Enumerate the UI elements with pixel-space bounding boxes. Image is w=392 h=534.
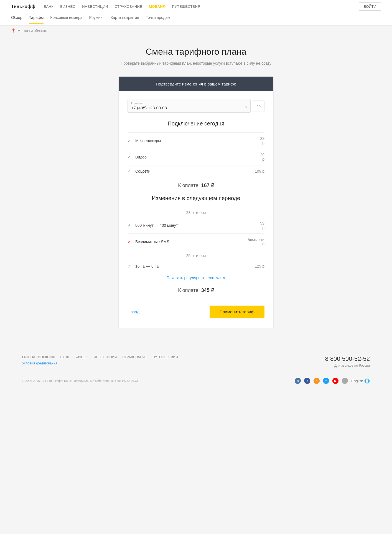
- phone-dropdown[interactable]: Планшет +7 (495) 123-00-08 ▾: [128, 99, 251, 113]
- footer: ГРУППА ТИНЬКОФФ БАНК БИЗНЕС ИНВЕСТИЦИИ С…: [0, 345, 392, 388]
- item-price-gb: 129 р: [255, 264, 264, 268]
- today-total-value-display: 167 ₽: [201, 183, 214, 188]
- show-payments-link[interactable]: Показать регулярные платежи ∨: [167, 276, 225, 280]
- footer-copyright: © 2006-2015. АО «Тинькофф Банк», официал…: [22, 379, 138, 382]
- tab-sales-points[interactable]: Точки продаж: [146, 15, 170, 24]
- nav-insurance[interactable]: СТРАХОВАНИЕ: [115, 4, 142, 9]
- page-subtitle: Проверьте выбранный тарифный план, некот…: [11, 60, 381, 66]
- main-card: Подтвердите изменения в вашем тарифе Пла…: [118, 76, 274, 328]
- date-label-2: 25 октября: [128, 250, 264, 260]
- remove-icon: ✕: [128, 240, 134, 244]
- nav-bank[interactable]: БАНК: [44, 4, 54, 9]
- twitter-icon[interactable]: т: [323, 378, 329, 384]
- footer-link-bank[interactable]: БАНК: [60, 355, 69, 359]
- footer-link-business[interactable]: БИЗНЕС: [75, 355, 88, 359]
- today-items-list: ✓ Мессенджеры 29 р ✓ Видео 29 р ✓ Соцсет…: [128, 132, 264, 177]
- footer-top-links: ГРУППА ТИНЬКОФФ БАНК БИЗНЕС ИНВЕСТИЦИИ С…: [22, 355, 178, 359]
- other-social-icon[interactable]: □: [342, 378, 348, 384]
- nav-mobile[interactable]: МОБАЙЛ: [149, 4, 165, 9]
- today-total-label: К оплате:: [178, 183, 200, 188]
- next-period-content: 23 октября ⇄ 800 минут — 400 минут 99 р …: [128, 207, 264, 300]
- date-label-1: 23 октября: [128, 207, 264, 217]
- today-section-title: Подключение сегодня: [128, 120, 264, 127]
- item-name-gb: 16 ГБ — 8 ГБ: [134, 264, 255, 268]
- nav-travel[interactable]: ПУТЕШЕСТВИЯ: [172, 4, 200, 9]
- tab-pretty-numbers[interactable]: Красивые номера: [50, 15, 82, 24]
- globe-icon: 🌐: [364, 378, 370, 384]
- footer-credit-link[interactable]: Условия кредитования: [22, 361, 178, 365]
- card-header-text: Подтвердите изменения в вашем тарифе: [156, 82, 236, 86]
- top-nav-links: БАНК БИЗНЕС ИНВЕСТИЦИИ СТРАХОВАНИЕ МОБАЙ…: [44, 4, 359, 9]
- item-name-minutes: 800 минут — 400 минут: [134, 223, 260, 228]
- check-icon: ✓: [128, 155, 134, 159]
- footer-link-group[interactable]: ГРУППА ТИНЬКОФФ: [22, 355, 55, 359]
- next-period-section-title: Изменения в следующем периоде: [128, 195, 264, 201]
- table-row: ✓ Видео 29 р: [128, 149, 264, 165]
- next-period-items-oct23: ⇄ 800 минут — 400 минут 99 р ✕ Безлимитн…: [128, 217, 264, 250]
- apply-tariff-button[interactable]: Применить тариф: [210, 306, 264, 318]
- show-payments-row: Показать регулярные платежи ∨: [128, 272, 264, 282]
- item-name-messengers: Мессенджеры: [134, 138, 260, 143]
- back-link[interactable]: Назад: [128, 309, 139, 314]
- footer-social-icons: В f о т ▶ □ English 🌐: [295, 378, 370, 384]
- tab-tariffs[interactable]: Тарифы: [29, 15, 44, 24]
- tab-overview[interactable]: Обзор: [11, 15, 22, 24]
- tab-roaming[interactable]: Роуминг: [89, 15, 104, 24]
- page-title: Смена тарифного плана: [11, 47, 381, 57]
- location-pin-icon: 📍: [11, 28, 16, 33]
- footer-phone-number: 8 800 500-52-52: [325, 355, 370, 362]
- footer-link-travel[interactable]: ПУТЕШЕСТВИЯ: [152, 355, 178, 359]
- table-row: ✓ Соцсети 109 р: [128, 165, 264, 177]
- dropdown-value: +7 (495) 123-00-08: [131, 105, 247, 110]
- nav-business[interactable]: БИЗНЕС: [60, 4, 75, 9]
- language-label: English: [351, 379, 363, 383]
- odnoklassniki-icon[interactable]: о: [314, 378, 320, 384]
- next-period-total: К оплате: 345 ₽: [128, 282, 264, 300]
- card-header: Подтвердите изменения в вашем тарифе: [119, 77, 273, 91]
- footer-phone-section: 8 800 500-52-52 Для звонков по России: [325, 355, 370, 367]
- check-icon: ✓: [128, 169, 134, 173]
- tab-coverage[interactable]: Карта покрытия: [111, 15, 139, 24]
- enter-icon: ↪: [257, 103, 261, 109]
- chevron-down-icon: ▾: [245, 105, 247, 109]
- vk-icon[interactable]: В: [295, 378, 301, 384]
- today-total: К оплате: 167 ₽: [128, 177, 264, 195]
- location-text: Москва и область: [17, 29, 47, 33]
- next-period-total-label: К оплате:: [178, 288, 200, 293]
- table-row: ⇄ 16 ГБ — 8 ГБ 129 р: [128, 260, 264, 272]
- footer-bottom: © 2006-2015. АО «Тинькофф Банк», официал…: [22, 373, 370, 388]
- next-period-total-value: 345 ₽: [201, 288, 214, 293]
- item-price-social: 109 р: [255, 169, 264, 173]
- item-price-messengers: 29 р: [260, 136, 264, 145]
- next-period-items-oct25: ⇄ 16 ГБ — 8 ГБ 129 р: [128, 260, 264, 272]
- footer-links-section: ГРУППА ТИНЬКОФФ БАНК БИЗНЕС ИНВЕСТИЦИИ С…: [22, 355, 178, 365]
- table-row: ⇄ 800 минут — 400 минут 99 р: [128, 217, 264, 234]
- enter-icon-button[interactable]: ↪: [253, 100, 264, 112]
- facebook-icon[interactable]: f: [304, 378, 310, 384]
- top-navigation: Тинькофф БАНК БИЗНЕС ИНВЕСТИЦИИ СТРАХОВА…: [0, 0, 392, 13]
- item-name-social: Соцсети: [134, 169, 255, 173]
- language-selector[interactable]: English 🌐: [351, 378, 370, 384]
- check-icon: ✓: [128, 138, 134, 143]
- nav-investments[interactable]: ИНВЕСТИЦИИ: [82, 4, 108, 9]
- footer-link-investments[interactable]: ИНВЕСТИЦИИ: [94, 355, 117, 359]
- login-button[interactable]: ВОЙТИ: [359, 2, 381, 11]
- sub-navigation: Обзор Тарифы Красивые номера Роуминг Кар…: [0, 13, 392, 26]
- item-price-video: 29 р: [260, 153, 264, 162]
- main-content: Смена тарифного плана Проверьте выбранны…: [0, 36, 392, 345]
- youtube-icon[interactable]: ▶: [332, 378, 338, 384]
- item-name-video: Видео: [134, 155, 260, 159]
- card-actions: Назад Применить тариф: [128, 300, 264, 320]
- table-row: ✓ Мессенджеры 29 р: [128, 133, 264, 149]
- change-icon: ⇄: [128, 223, 134, 227]
- brand-logo[interactable]: Тинькофф: [11, 4, 35, 9]
- footer-link-insurance[interactable]: СТРАХОВАНИЕ: [122, 355, 147, 359]
- card-body: Планшет +7 (495) 123-00-08 ▾ ↪ Подключен…: [119, 91, 273, 328]
- location-bar: 📍 Москва и область: [0, 26, 392, 36]
- dropdown-label: Планшет: [131, 102, 247, 105]
- item-price-sms: Бесплатн о: [248, 237, 264, 246]
- item-name-sms: Безлимитные SMS: [134, 240, 248, 244]
- table-row: ✕ Безлимитные SMS Бесплатн о: [128, 234, 264, 250]
- item-price-minutes: 99 р: [260, 221, 264, 230]
- phone-dropdown-row: Планшет +7 (495) 123-00-08 ▾ ↪: [128, 99, 264, 113]
